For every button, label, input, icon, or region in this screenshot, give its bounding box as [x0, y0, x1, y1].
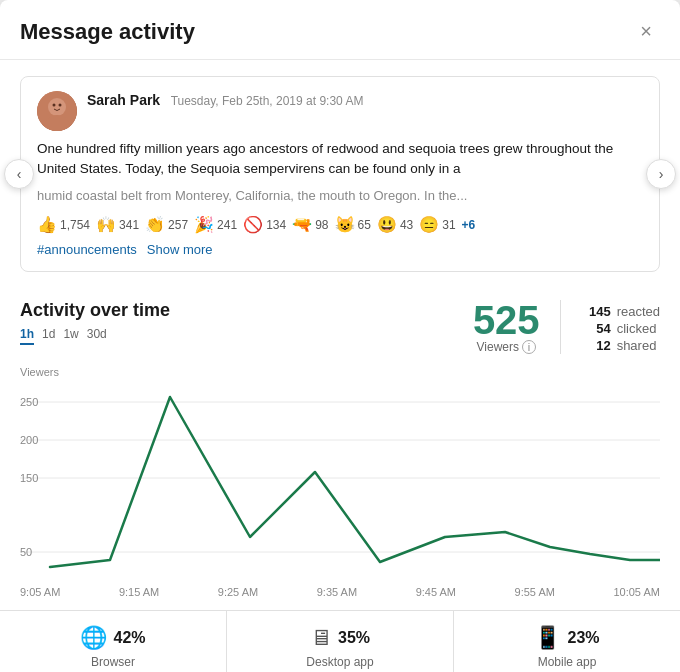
- footer-item-0: 🌐 42% Browser: [0, 611, 226, 672]
- channel-tag[interactable]: #announcements: [37, 242, 137, 257]
- modal-title: Message activity: [20, 19, 195, 45]
- message-text-fade: humid coastal belt from Monterey, Califo…: [37, 186, 643, 206]
- activity-title-block: Activity over time 1h1d1w30d: [20, 300, 170, 345]
- reaction-emoji: 😺: [335, 215, 355, 234]
- reaction-item[interactable]: +6: [462, 218, 476, 232]
- footer: 🌐 42% Browser 🖥 35% Desktop app 📱 23% Mo…: [0, 610, 680, 672]
- reaction-emoji: 🔫: [292, 215, 312, 234]
- footer-icon: 🌐: [80, 625, 107, 651]
- avatar: [37, 91, 77, 131]
- reaction-count: 31: [442, 218, 455, 232]
- footer-pct: 42%: [113, 629, 145, 647]
- reaction-emoji: 🎉: [194, 215, 214, 234]
- x-axis-labels: 9:05 AM9:15 AM9:25 AM9:35 AM9:45 AM9:55 …: [20, 582, 660, 598]
- footer-pct: 23%: [567, 629, 599, 647]
- modal: Message activity × ‹: [0, 0, 680, 672]
- reaction-count: 98: [315, 218, 328, 232]
- reaction-emoji: 🚫: [243, 215, 263, 234]
- reaction-emoji: 😃: [377, 215, 397, 234]
- reaction-count: 341: [119, 218, 139, 232]
- chart-container: Viewers 250 200 150 50 9:05 AM9:15 AM9:2…: [0, 358, 680, 598]
- footer-icon: 🖥: [310, 625, 332, 651]
- message-header: Sarah Park Tuesday, Feb 25th, 2019 at 9:…: [37, 91, 643, 131]
- reaction-item[interactable]: 😃43: [377, 215, 413, 234]
- footer-pct: 35%: [338, 629, 370, 647]
- author-name: Sarah Park: [87, 92, 160, 108]
- reaction-item[interactable]: 😺65: [335, 215, 371, 234]
- x-axis-label: 9:05 AM: [20, 586, 60, 598]
- reaction-count: 241: [217, 218, 237, 232]
- footer-label: Desktop app: [306, 655, 373, 669]
- tags-row: #announcements Show more: [37, 242, 643, 257]
- avatar-svg: [37, 91, 77, 131]
- reaction-emoji: 👏: [145, 215, 165, 234]
- time-filter-1w[interactable]: 1w: [63, 325, 78, 345]
- x-axis-label: 9:25 AM: [218, 586, 258, 598]
- reaction-count: 257: [168, 218, 188, 232]
- footer-top: 🌐 42%: [80, 625, 145, 651]
- chart-svg: 250 200 150 50: [20, 382, 660, 582]
- next-message-button[interactable]: ›: [646, 159, 676, 189]
- avatar-image: [37, 91, 77, 131]
- count-row: 145reacted: [581, 304, 660, 319]
- x-axis-label: 9:45 AM: [416, 586, 456, 598]
- reaction-item[interactable]: 🙌341: [96, 215, 139, 234]
- message-meta: Sarah Park Tuesday, Feb 25th, 2019 at 9:…: [87, 91, 643, 109]
- count-row: 54clicked: [581, 321, 660, 336]
- reaction-item[interactable]: 👏257: [145, 215, 188, 234]
- x-axis-label: 9:35 AM: [317, 586, 357, 598]
- message-text-main: One hundred fifty million years ago ance…: [37, 139, 643, 180]
- svg-point-4: [59, 104, 62, 107]
- footer-item-2: 📱 23% Mobile app: [453, 611, 680, 672]
- footer-top: 🖥 35%: [310, 625, 370, 651]
- reaction-item[interactable]: 👍1,754: [37, 215, 90, 234]
- activity-title: Activity over time: [20, 300, 170, 321]
- svg-text:250: 250: [20, 396, 38, 408]
- reaction-count: 1,754: [60, 218, 90, 232]
- svg-point-1: [48, 98, 66, 116]
- count-number: 12: [581, 338, 611, 353]
- viewers-count: 525: [473, 300, 540, 340]
- viewers-label: Viewers i: [473, 340, 540, 354]
- reactions-row: 👍1,754🙌341👏257🎉241🚫134🔫98😺65😃43😑31+6: [37, 215, 643, 234]
- time-filter-1d[interactable]: 1d: [42, 325, 55, 345]
- reaction-emoji: 🙌: [96, 215, 116, 234]
- count-label: reacted: [617, 304, 660, 319]
- activity-stats-right: 525 Viewers i 145reacted54clicked12share…: [473, 300, 660, 354]
- reaction-emoji: 👍: [37, 215, 57, 234]
- message-section: ‹: [0, 60, 680, 288]
- modal-header: Message activity ×: [0, 0, 680, 60]
- y-axis-label: Viewers: [20, 366, 660, 378]
- time-filter-1h[interactable]: 1h: [20, 325, 34, 345]
- svg-text:150: 150: [20, 472, 38, 484]
- chart-area: 250 200 150 50: [20, 382, 660, 582]
- show-more-link[interactable]: Show more: [147, 242, 213, 257]
- close-button[interactable]: ×: [632, 16, 660, 47]
- reaction-count: 134: [266, 218, 286, 232]
- author-time: Tuesday, Feb 25th, 2019 at 9:30 AM: [171, 94, 364, 108]
- chevron-right-icon: ›: [659, 166, 664, 182]
- prev-message-button[interactable]: ‹: [4, 159, 34, 189]
- activity-header: Activity over time 1h1d1w30d 525 Viewers…: [20, 300, 660, 354]
- count-number: 145: [581, 304, 611, 319]
- x-axis-label: 9:15 AM: [119, 586, 159, 598]
- x-axis-label: 10:05 AM: [613, 586, 659, 598]
- count-label: clicked: [617, 321, 657, 336]
- reaction-item[interactable]: 🚫134: [243, 215, 286, 234]
- reaction-item[interactable]: 🔫98: [292, 215, 328, 234]
- viewers-block: 525 Viewers i: [473, 300, 540, 354]
- stat-divider: [560, 300, 561, 354]
- count-row: 12shared: [581, 338, 660, 353]
- time-filter-30d[interactable]: 30d: [87, 325, 107, 345]
- footer-item-1: 🖥 35% Desktop app: [226, 611, 453, 672]
- reaction-more: +6: [462, 218, 476, 232]
- count-number: 54: [581, 321, 611, 336]
- count-label: shared: [617, 338, 657, 353]
- chevron-left-icon: ‹: [17, 166, 22, 182]
- svg-point-3: [53, 104, 56, 107]
- footer-icon: 📱: [534, 625, 561, 651]
- reaction-item[interactable]: 😑31: [419, 215, 455, 234]
- x-axis-label: 9:55 AM: [515, 586, 555, 598]
- reaction-item[interactable]: 🎉241: [194, 215, 237, 234]
- svg-text:50: 50: [20, 546, 32, 558]
